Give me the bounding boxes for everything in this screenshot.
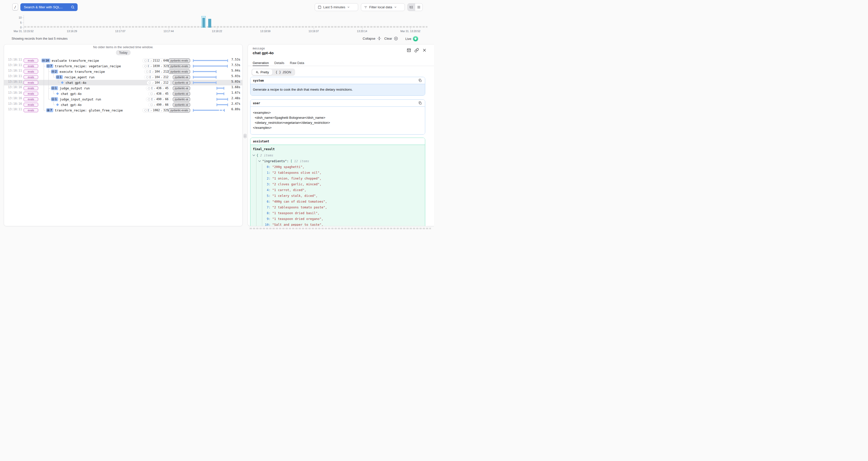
- view-mode-pretty[interactable]: Pretty: [252, 69, 272, 75]
- evals-tag-badge[interactable]: evals: [24, 69, 38, 73]
- token-usage-badge: ↗104↙212: [147, 81, 170, 85]
- token-usage-badge: Σ↗104↙212: [144, 75, 170, 79]
- json-item-value: "1 teaspoon dried basil",: [272, 211, 319, 215]
- horizontal-scroll-dashes[interactable]: [250, 228, 431, 229]
- token-coin-icon: [144, 109, 147, 112]
- date-chip[interactable]: Today: [116, 50, 131, 55]
- system-role-label: system: [253, 79, 264, 82]
- collapse-button[interactable]: Collapse: [363, 36, 381, 40]
- final-result-label: final_result: [253, 147, 423, 151]
- trace-row[interactable]: 13:18:11evals7transform_recipe: gluten_f…: [4, 107, 242, 113]
- tokens-in-value: 104: [154, 81, 160, 84]
- duration-bar-track: [193, 63, 228, 69]
- x-tick-label: 13:19:37: [300, 30, 328, 33]
- evals-tag-badge[interactable]: evals: [24, 75, 38, 79]
- search-sql-button[interactable]: Search & filter with SQL...: [20, 3, 78, 11]
- trace-row[interactable]: 13:18:16evals1judge_input_output runΣ↗49…: [4, 96, 242, 102]
- duration-bar-cap: [217, 87, 217, 90]
- tokens-out-arrow-icon: ↙: [162, 87, 164, 90]
- slash-shortcut-key: /: [12, 3, 18, 10]
- panel-resize-handle[interactable]: [244, 134, 247, 138]
- span-name: judge_input_output run: [60, 97, 101, 101]
- tab-raw-data[interactable]: Raw Data: [290, 61, 304, 66]
- package-badge: pydantic-ai: [173, 81, 190, 85]
- evals-tag-badge[interactable]: evals: [24, 97, 38, 101]
- expand-children-badge[interactable]: 7: [46, 108, 53, 112]
- tokens-out-arrow-icon: ↙: [161, 70, 162, 73]
- close-icon[interactable]: [422, 48, 427, 53]
- minus-square-icon: [52, 87, 54, 89]
- duration-bar-track: [193, 96, 228, 102]
- tokens-out-value: 648: [163, 59, 168, 62]
- dock-panel-icon[interactable]: [406, 48, 411, 53]
- evals-tag-badge[interactable]: evals: [24, 81, 38, 85]
- view-mode-toggle: [407, 3, 423, 11]
- copy-icon[interactable]: [417, 101, 423, 106]
- minus-square-icon: [47, 65, 50, 67]
- collapse-chevron-icon[interactable]: [253, 153, 255, 156]
- span-diamond-icon: [61, 81, 64, 84]
- evals-tag-badge[interactable]: evals: [24, 108, 38, 112]
- timeline-bar[interactable]: [208, 19, 211, 28]
- tab-generation[interactable]: Generation: [253, 61, 269, 66]
- collapse-children-badge[interactable]: 1: [51, 97, 58, 101]
- duration-bar: [193, 82, 217, 83]
- duration-bar-cap: [223, 92, 224, 95]
- tab-details[interactable]: Details: [274, 61, 284, 66]
- view-mode-json[interactable]: { }JSON: [272, 69, 294, 75]
- tree-connector-line: [49, 68, 49, 99]
- tokens-out-value: 212: [163, 81, 168, 84]
- copy-link-icon[interactable]: [414, 48, 419, 53]
- duration-bar: [193, 65, 228, 66]
- x-tick-mark: [217, 28, 217, 29]
- json-array-item: 0:"200g spaghetti",: [253, 164, 423, 169]
- evals-tag-badge[interactable]: evals: [24, 92, 38, 96]
- evals-tag-badge[interactable]: evals: [24, 86, 38, 90]
- duration-bar-cap: [193, 70, 194, 73]
- evals-tag-badge[interactable]: evals: [24, 103, 38, 107]
- trace-row[interactable]: 13:18:16evalschat gpt-4o↗490↙66pydantic-…: [4, 102, 242, 107]
- package-badge: pydantic-ai: [173, 103, 190, 107]
- duration-bar: [217, 104, 228, 105]
- json-item-value: "1 teaspoon dried oregano",: [272, 217, 323, 221]
- copy-icon[interactable]: [417, 78, 423, 83]
- duration-bar: [217, 99, 228, 100]
- trace-row[interactable]: 13:18:11evals16evaluate transform_recipe…: [4, 58, 242, 63]
- detail-panel: message chat gpt-4o GenerationDetailsRaw…: [248, 44, 434, 226]
- app-window: / Search & filter with SQL... Last 5 min…: [0, 0, 434, 230]
- trace-row[interactable]: 13:18:16evalschat gpt-4o↗436↙45pydantic-…: [4, 91, 242, 96]
- trace-row[interactable]: 13:18:16evals1judge_output runΣ↗436↙45py…: [4, 85, 242, 91]
- timeline-bar[interactable]: [203, 18, 205, 28]
- span-name: chat gpt-4o: [61, 103, 82, 107]
- collapse-children-badge[interactable]: 1: [51, 86, 58, 90]
- tokens-out-arrow-icon: ↙: [162, 92, 164, 95]
- trace-row[interactable]: 13:18:11evals1recipe_agent runΣ↗104↙212p…: [4, 74, 242, 80]
- collapse-children-badge[interactable]: 2: [51, 69, 58, 73]
- row-duration: 2.48s: [231, 96, 240, 100]
- tree-view-button[interactable]: [408, 3, 415, 11]
- collapse-chevron-icon[interactable]: [258, 159, 261, 162]
- trace-row[interactable]: 13:18:11evals2execute transform_recipeΣ↗…: [4, 69, 242, 74]
- json-item-value: "400g can of diced tomatoes",: [272, 199, 327, 204]
- tokens-in-arrow-icon: ↗: [150, 65, 152, 67]
- duration-bar-cap: [193, 59, 194, 62]
- trace-row[interactable]: 13:18:11evals7transform_recipe: vegetari…: [4, 63, 242, 69]
- clear-button[interactable]: Clear: [384, 36, 398, 41]
- json-array-item: 1:"2 tablespoons olive oil",: [253, 170, 423, 175]
- evals-tag-badge[interactable]: evals: [24, 59, 38, 63]
- collapse-children-badge[interactable]: 7: [46, 64, 53, 68]
- list-view-button[interactable]: [415, 3, 423, 11]
- trace-row[interactable]: 13:18:11evalschat gpt-4o↗104↙212pydantic…: [4, 80, 242, 85]
- duration-bar-track: [193, 85, 228, 91]
- tokens-in-arrow-icon: ↗: [152, 81, 153, 84]
- duration-bar-cap: [227, 59, 228, 62]
- filter-local-data-dropdown[interactable]: Filter local data: [361, 3, 405, 11]
- time-range-label: Last 5 minutes: [323, 5, 345, 9]
- collapse-children-badge[interactable]: 1: [56, 75, 63, 79]
- live-toggle-button[interactable]: Live: [405, 36, 418, 41]
- user-message-text: <examples> <dish_name>Spaghetti Bolognes…: [250, 107, 425, 134]
- time-range-dropdown[interactable]: Last 5 minutes: [315, 3, 358, 11]
- collapse-children-badge[interactable]: 16: [41, 59, 50, 63]
- system-message-card: system Generate a recipe to cook the dis…: [250, 77, 425, 96]
- evals-tag-badge[interactable]: evals: [24, 64, 38, 68]
